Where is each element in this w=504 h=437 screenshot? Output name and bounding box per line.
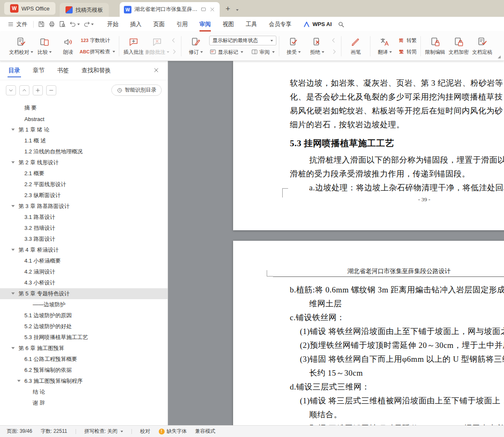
toc-item[interactable]: 第 2 章 线形设计 — [0, 157, 168, 168]
toc-item[interactable]: 6.1 公路工程预算概要 — [0, 354, 168, 365]
undo-button[interactable] — [68, 19, 81, 30]
menu-tab-review[interactable]: 审阅 — [194, 17, 217, 32]
menu-tab-home[interactable]: 开始 — [101, 17, 124, 32]
save-button[interactable] — [36, 19, 47, 30]
sidebar-tab-bookmark[interactable]: 书签 — [57, 61, 69, 80]
show-markup-button[interactable]: 显示标记 — [209, 48, 243, 56]
window-tab-bar: W WPS Office 找稿壳模板 W 湖北省老河口市张集至薛集段... + — [0, 0, 504, 17]
status-spellcheck[interactable]: 拼写检查: 关闭 — [84, 428, 123, 435]
document-tab-active[interactable]: W 湖北省老河口市张集至薛集段... — [120, 2, 220, 17]
document-page-40[interactable]: 湖北省老河口市张集至薛集段公路设计 b.植筋:将 0.6mm 镙纹钢 3m 距离… — [233, 241, 504, 425]
search-button[interactable] — [338, 21, 344, 28]
document-page-39[interactable]: 软岩边坡，如岩浆、凝灰岩、页岩、第 3 纪泥岩、粉砂岩等化、是否会砂土化及龟裂的… — [233, 61, 504, 230]
toc-item[interactable]: 6.2 预算编制的依据 — [0, 365, 168, 376]
toc-expand-arrow-icon[interactable] — [11, 249, 15, 251]
sidebar-tab-find-replace[interactable]: 查找和替换 — [81, 61, 111, 80]
toc-expand-arrow-icon[interactable] — [11, 292, 15, 295]
template-app-tab[interactable]: 找稿壳模板 — [60, 3, 109, 17]
toc-item[interactable]: ——边坡防护 — [0, 299, 168, 310]
toc-item[interactable]: 第 6 章 施工图预算 — [0, 343, 168, 354]
collapse-all-button[interactable] — [6, 85, 16, 95]
status-proofread[interactable]: 校对 — [140, 428, 150, 435]
toc-expand-arrow-icon[interactable] — [11, 129, 15, 131]
sidebar-tab-chapter[interactable]: 章节 — [33, 61, 45, 80]
toc-expand-arrow-icon[interactable] — [11, 347, 15, 349]
toc-item[interactable]: 3.1 路基设计 — [0, 212, 168, 223]
read-aloud-button[interactable]: 朗读 — [56, 33, 80, 59]
menu-tab-tools[interactable]: 工具 — [240, 17, 263, 32]
menu-tab-view[interactable]: 视图 — [217, 17, 240, 32]
toc-item[interactable]: 4.2 涵洞设计 — [0, 266, 168, 277]
tab-preview-icon[interactable] — [200, 6, 207, 13]
toc-expand-arrow-icon[interactable] — [11, 161, 15, 163]
close-tab-icon[interactable] — [209, 6, 215, 13]
toc-expand-arrow-icon[interactable] — [11, 205, 15, 207]
toc-item[interactable]: 谢 辞 — [0, 398, 168, 408]
wps-ai-button[interactable]: WPS AI — [303, 21, 332, 28]
toc-item[interactable]: 3.2 挡墙设计 — [0, 223, 168, 234]
insert-comment-button[interactable]: 插入批注 — [122, 33, 145, 59]
toc-item[interactable]: 5.2 边坡防护的好处 — [0, 321, 168, 332]
toc-item[interactable]: 3.3 路面设计 — [0, 234, 168, 245]
toc-item[interactable]: 2.1 概要 — [0, 168, 168, 179]
menu-tab-reference[interactable]: 引用 — [171, 17, 194, 32]
file-menu-button[interactable]: 文件 — [4, 19, 31, 30]
tab-list-chevron-icon[interactable] — [235, 5, 239, 13]
review-button[interactable]: 审阅 — [251, 48, 275, 56]
menu-tab-insert[interactable]: 插入 — [124, 17, 147, 32]
expand-all-button[interactable] — [19, 85, 29, 95]
toc-item[interactable]: 第 3 章 路基路面设计 — [0, 201, 168, 212]
toc-item[interactable]: 第 4 章 桥涵设计 — [0, 245, 168, 255]
smart-identify-toc-button[interactable]: 智能识别目录 — [111, 84, 162, 96]
compare-button[interactable]: 比较 — [33, 33, 56, 59]
status-word-count[interactable]: 字数: 22511 — [41, 428, 67, 435]
status-missing-font[interactable]: ! 缺失字体 — [159, 428, 187, 435]
zoom-out-button[interactable] — [46, 85, 56, 95]
ribbon-expand-handle[interactable] — [498, 55, 501, 58]
reject-button[interactable]: 拒绝 — [305, 33, 329, 59]
new-tab-button[interactable]: + — [226, 4, 230, 13]
toc-item[interactable]: 第 1 章 绪 论 — [0, 124, 168, 135]
finalize-document-button[interactable]: 文档定稿 — [470, 33, 494, 59]
to-traditional-button[interactable]: 简转繁 — [398, 36, 417, 45]
status-compat-mode[interactable]: 兼容模式 — [195, 428, 215, 435]
toc-expand-arrow-icon[interactable] — [17, 380, 21, 382]
toc-item[interactable]: 2.3 纵断面设计 — [0, 190, 168, 201]
markup-state-combo[interactable]: 显示标记的最终状态 — [209, 36, 276, 45]
menu-tab-page[interactable]: 页面 — [147, 17, 171, 32]
menu-tab-member[interactable]: 会员专享 — [263, 17, 297, 32]
doc-proofing-button[interactable]: 文档校对 — [9, 33, 33, 59]
status-page-count[interactable]: 页面: 39/46 — [7, 428, 32, 435]
toc-item[interactable]: Abstract — [0, 113, 168, 124]
translate-button[interactable]: 翻译 — [373, 33, 396, 59]
encrypt-document-button[interactable]: 文档加密 — [447, 33, 470, 59]
to-simplified-button[interactable]: 繁转简 — [398, 47, 417, 56]
accept-button[interactable]: 接受 — [282, 33, 305, 59]
zoom-in-button[interactable] — [33, 85, 43, 95]
toc-item[interactable]: 1.1 概 述 — [0, 135, 168, 146]
toc-item[interactable]: 结 论 — [0, 387, 168, 398]
sidebar-tab-catalog[interactable]: 目录 — [8, 61, 20, 80]
restrict-editing-button[interactable]: 限制编辑 — [423, 33, 447, 59]
toc-item[interactable]: 4.1 小桥涵概要 — [0, 255, 168, 266]
print-preview-button[interactable] — [57, 19, 68, 30]
toc-item-label: 第 6 章 施工图预算 — [18, 345, 64, 352]
close-sidebar-icon[interactable] — [153, 67, 159, 75]
toc-item[interactable]: 5.3 挂网喷播植草施工工艺 — [0, 332, 168, 343]
toc-item[interactable]: 6.3 施工图预算编制程序 — [0, 376, 168, 387]
document-canvas[interactable]: 软岩边坡，如岩浆、凝灰岩、页岩、第 3 纪泥岩、粉砂岩等化、是否会砂土化及龟裂的… — [168, 61, 504, 425]
spell-check-button[interactable]: ABC拼写检查 — [81, 47, 115, 56]
track-changes-button[interactable]: 修订 — [184, 33, 207, 59]
toc-item[interactable]: 2.2 平面线形设计 — [0, 179, 168, 190]
next-comment-button — [170, 47, 177, 56]
toc-item[interactable]: 5.1 边坡防护的原因 — [0, 310, 168, 321]
toc-item[interactable]: 4.3 小桥设计 — [0, 277, 168, 288]
word-count-button[interactable]: 123字数统计 — [81, 36, 115, 45]
toc-item[interactable]: 摘 要 — [0, 103, 168, 113]
ink-brush-button[interactable]: 画笔 — [344, 33, 368, 59]
wps-home-tab[interactable]: W WPS Office — [4, 2, 55, 15]
print-button[interactable] — [47, 19, 57, 30]
toc-item[interactable]: 第 5 章 专题特色设计 — [0, 288, 168, 299]
toc-item[interactable]: 1.2 沿线的自然地理概况 — [0, 146, 168, 157]
redo-button[interactable] — [81, 19, 95, 30]
